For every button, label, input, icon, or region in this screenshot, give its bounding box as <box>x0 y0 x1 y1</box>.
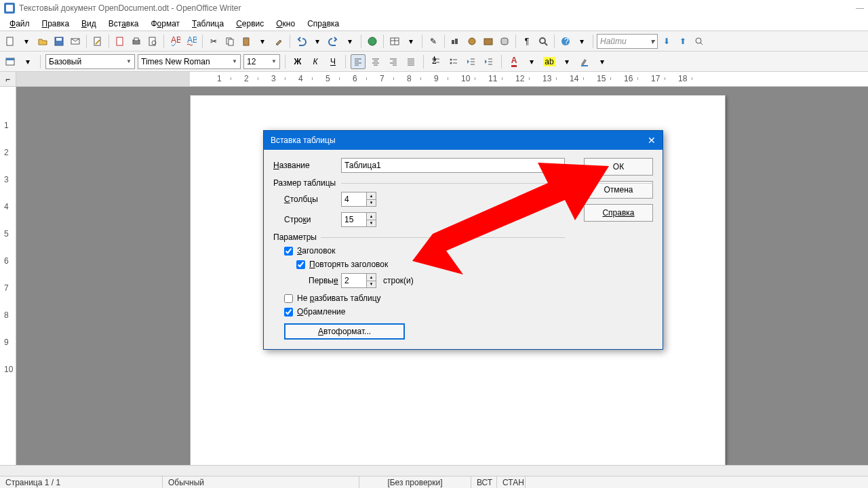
find-input[interactable]: Найти▾ <box>597 34 658 49</box>
datasource-icon[interactable] <box>497 34 512 49</box>
find-prev-icon[interactable]: ⬆ <box>675 34 690 49</box>
bullet-list-icon[interactable] <box>446 54 461 69</box>
indent-icon[interactable] <box>481 54 496 69</box>
cut-icon[interactable]: ✂ <box>206 34 221 49</box>
menu-format[interactable]: Формат <box>145 18 185 30</box>
first-spinner[interactable]: 2 ▲▼ <box>341 273 376 288</box>
ruler-vertical[interactable]: 12345678910 <box>0 87 16 476</box>
table-arrow-icon[interactable]: ▾ <box>403 34 418 49</box>
styles-icon[interactable] <box>3 54 18 69</box>
nonprint-icon[interactable]: ¶ <box>519 34 534 49</box>
header-checkbox[interactable]: Заголовок <box>284 246 653 256</box>
align-center-icon[interactable] <box>368 54 383 69</box>
spin-up-icon[interactable]: ▲ <box>367 274 376 281</box>
redo-icon[interactable] <box>326 34 341 49</box>
new-arrow-icon[interactable]: ▾ <box>19 34 34 49</box>
dialog-titlebar[interactable]: Вставка таблицы ✕ <box>264 131 663 150</box>
minimize-icon[interactable]: — <box>856 3 864 13</box>
spin-up-icon[interactable]: ▲ <box>367 213 376 220</box>
paste-icon[interactable] <box>239 34 254 49</box>
underline-icon[interactable]: Ч <box>326 54 340 69</box>
style-combo[interactable]: Базовый▼ <box>45 54 135 69</box>
autoformat-button[interactable]: Автоформат... <box>284 323 405 340</box>
menu-file[interactable]: Файл <box>4 18 35 30</box>
align-right-icon[interactable] <box>386 54 401 69</box>
menu-window[interactable]: Окно <box>271 18 300 30</box>
menu-table[interactable]: Таблица <box>186 18 229 30</box>
font-color-icon[interactable]: А <box>507 54 521 69</box>
print-icon[interactable] <box>129 34 144 49</box>
outdent-icon[interactable] <box>464 54 479 69</box>
name-input[interactable] <box>341 158 565 173</box>
fontcolor-arrow-icon[interactable]: ▾ <box>524 54 539 69</box>
font-combo[interactable]: Times New Roman▼ <box>138 54 241 69</box>
open-icon[interactable] <box>35 34 50 49</box>
table-icon[interactable] <box>387 34 402 49</box>
menu-insert[interactable]: Вставка <box>103 18 144 30</box>
spin-down-icon[interactable]: ▼ <box>367 281 376 288</box>
zoom-icon[interactable] <box>536 34 551 49</box>
menu-tools[interactable]: Сервис <box>231 18 269 30</box>
hyperlink-icon[interactable] <box>365 34 380 49</box>
number-list-icon[interactable]: 12 <box>429 54 443 69</box>
name-label: Название <box>273 161 341 170</box>
findreplace-icon[interactable] <box>692 34 707 49</box>
status-style[interactable]: Обычный <box>163 476 359 488</box>
ruler-horizontal[interactable]: 123456789101112131415161718 <box>16 72 868 86</box>
highlight-arrow-icon[interactable]: ▾ <box>559 54 574 69</box>
size-combo[interactable]: 12▼ <box>243 54 280 69</box>
spin-down-icon[interactable]: ▼ <box>367 220 376 227</box>
scrollbar-horizontal[interactable] <box>0 465 868 476</box>
new-icon[interactable] <box>3 34 18 49</box>
align-justify-icon[interactable] <box>403 54 418 69</box>
autospell-icon[interactable]: ABC <box>184 34 199 49</box>
app-icon <box>4 3 15 14</box>
draw-icon[interactable]: ✎ <box>426 34 441 49</box>
edit-icon[interactable] <box>90 34 105 49</box>
ok-button[interactable]: ОК <box>584 158 653 176</box>
undo-icon[interactable] <box>294 34 309 49</box>
copy-icon[interactable] <box>222 34 237 49</box>
cols-spinner[interactable]: 4 ▲▼ <box>341 192 376 207</box>
bgcolor-arrow-icon[interactable]: ▾ <box>595 54 610 69</box>
svg-rect-2 <box>56 38 62 41</box>
paintbrush-icon[interactable] <box>271 34 286 49</box>
paste-arrow-icon[interactable]: ▾ <box>255 34 270 49</box>
navigator-icon[interactable] <box>465 34 479 49</box>
help-arrow-icon[interactable]: ▾ <box>574 34 589 49</box>
status-std[interactable]: СТАН <box>497 476 526 488</box>
preview-icon[interactable] <box>145 34 160 49</box>
save-icon[interactable] <box>52 34 66 49</box>
italic-icon[interactable]: К <box>308 54 323 69</box>
undo-arrow-icon[interactable]: ▾ <box>310 34 325 49</box>
menu-view[interactable]: Вид <box>76 18 102 30</box>
rows-spinner[interactable]: 15 ▲▼ <box>341 212 376 227</box>
spin-down-icon[interactable]: ▼ <box>367 200 376 207</box>
status-ins[interactable]: ВСТ <box>471 476 497 488</box>
svg-rect-23 <box>484 39 492 45</box>
nosplit-checkbox[interactable]: Не разбивать таблицу <box>284 293 653 303</box>
help-button[interactable]: Справка <box>584 204 653 222</box>
align-left-icon[interactable] <box>351 54 366 69</box>
highlight-icon[interactable]: ab <box>542 54 557 69</box>
status-lang[interactable]: [Без проверки] <box>359 476 471 488</box>
bgcolor-icon[interactable] <box>577 54 592 69</box>
svg-rect-0 <box>7 37 13 45</box>
email-icon[interactable] <box>68 34 83 49</box>
gallery-icon[interactable] <box>481 34 496 49</box>
styles-arrow-icon[interactable]: ▾ <box>20 54 35 69</box>
pdf-icon[interactable] <box>113 34 127 49</box>
repeat-checkbox[interactable]: Повторять заголовок <box>296 260 653 269</box>
menu-help[interactable]: Справка <box>302 18 344 30</box>
border-checkbox[interactable]: Обрамление <box>284 307 653 317</box>
spellcheck-icon[interactable]: ABC <box>167 34 182 49</box>
find-next-icon[interactable]: ⬇ <box>659 34 674 49</box>
help-icon[interactable]: ? <box>558 34 573 49</box>
bold-icon[interactable]: Ж <box>290 54 305 69</box>
ruler-area: ⌐ 123456789101112131415161718 <box>0 72 868 87</box>
close-icon[interactable]: ✕ <box>648 135 656 146</box>
menu-edit[interactable]: Правка <box>37 18 75 30</box>
redo-arrow-icon[interactable]: ▾ <box>342 34 357 49</box>
find-icon[interactable] <box>448 34 463 49</box>
spin-up-icon[interactable]: ▲ <box>367 192 376 200</box>
